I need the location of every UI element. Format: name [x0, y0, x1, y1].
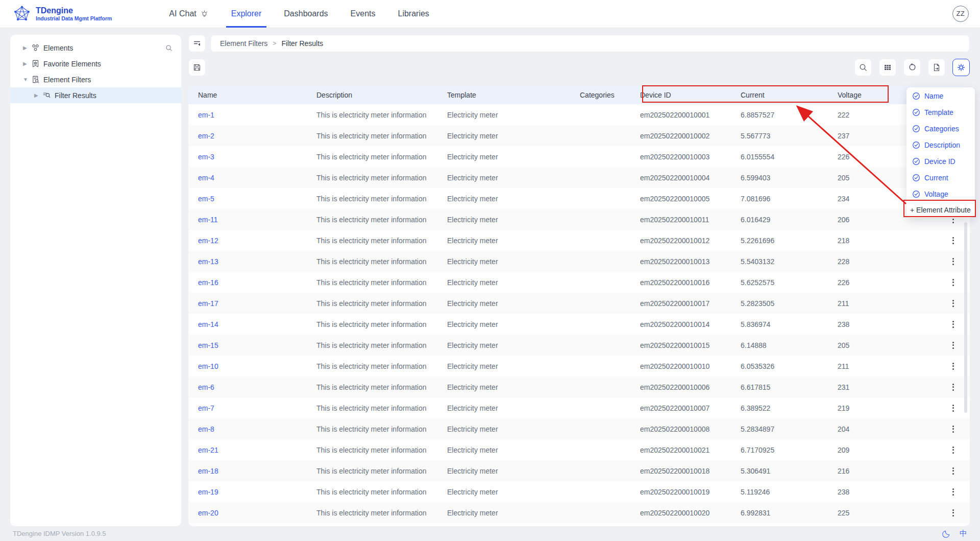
table-view-button[interactable]: [879, 59, 896, 76]
cell-name[interactable]: em-4: [188, 174, 316, 182]
row-actions-button[interactable]: [949, 466, 957, 476]
cell-template: Electricity meter: [447, 404, 580, 412]
column-header-categories[interactable]: Categories: [580, 91, 640, 99]
cell-name[interactable]: em-12: [188, 237, 316, 245]
sidebar-item-element-filters[interactable]: ▼ Element Filters: [10, 72, 181, 87]
column-header-device-id[interactable]: Device ID: [640, 91, 741, 99]
cell-voltage: 216: [838, 467, 899, 475]
caret-right-icon[interactable]: ▶: [34, 92, 42, 98]
export-button[interactable]: [928, 59, 945, 76]
sidebar-item-label: Favorite Elements: [43, 60, 101, 68]
column-menu-item-name[interactable]: Name: [906, 88, 975, 104]
cell-name[interactable]: em-8: [188, 425, 316, 433]
row-actions-button[interactable]: [949, 320, 957, 329]
sidebar-item-filter-results[interactable]: ▶ Filter Results: [10, 87, 181, 103]
cell-name[interactable]: em-2: [188, 132, 316, 140]
table-scrollbar[interactable]: [964, 222, 967, 413]
cell-name[interactable]: em-13: [188, 257, 316, 266]
cell-name[interactable]: em-19: [188, 488, 316, 496]
row-actions-button[interactable]: [949, 299, 957, 308]
cell-name[interactable]: em-14: [188, 320, 316, 328]
cell-name[interactable]: em-15: [188, 341, 316, 349]
table-row: em-14This is electricity meter informati…: [188, 314, 970, 335]
column-header-name[interactable]: Name: [188, 91, 316, 99]
caret-right-icon[interactable]: ▶: [23, 45, 31, 51]
user-avatar[interactable]: ZZ: [952, 6, 969, 22]
column-menu-item-current[interactable]: Current: [906, 170, 975, 186]
cell-current: 5.2834897: [741, 425, 838, 433]
column-menu-label: Current: [924, 174, 948, 182]
column-header-description[interactable]: Description: [316, 91, 447, 99]
row-actions-button[interactable]: [949, 278, 957, 287]
column-header-current[interactable]: Current: [741, 91, 838, 99]
row-actions-button[interactable]: [949, 383, 957, 392]
cell-template: Electricity meter: [447, 257, 580, 266]
nav-tab-label: Dashboards: [284, 9, 328, 18]
add-element-attribute-button[interactable]: + Element Attribute: [906, 202, 975, 218]
table-row: em-7This is electricity meter informatio…: [188, 397, 970, 418]
row-actions-button[interactable]: [949, 508, 957, 518]
breadcrumb-current: Filter Results: [281, 39, 323, 48]
row-actions-button[interactable]: [949, 425, 957, 434]
cell-name[interactable]: em-6: [188, 383, 316, 391]
cell-name[interactable]: em-11: [188, 216, 316, 224]
nav-tab-ai-chat[interactable]: AI Chat: [169, 0, 208, 28]
caret-right-icon[interactable]: ▶: [23, 61, 31, 66]
cell-actions: [899, 508, 970, 518]
row-actions-button[interactable]: [949, 257, 957, 266]
row-actions-button[interactable]: [949, 404, 957, 413]
column-header-voltage[interactable]: Voltage: [838, 91, 899, 99]
refresh-button[interactable]: [903, 59, 921, 76]
sidebar-item-elements[interactable]: ▶ Elements: [10, 40, 181, 56]
column-menu-item-description[interactable]: Description: [906, 137, 975, 153]
table-row: em-18This is electricity meter informati…: [188, 460, 970, 481]
cell-current: 5.836974: [741, 320, 838, 328]
sidebar-item-favorite-elements[interactable]: ▶ Favorite Elements: [10, 56, 181, 72]
column-menu-item-device-id[interactable]: Device ID: [906, 153, 975, 170]
column-settings-button[interactable]: [952, 59, 970, 76]
row-actions-button[interactable]: [949, 341, 957, 350]
brand-text: TDengine Industrial Data Mgmt Platform: [36, 6, 112, 21]
cell-name[interactable]: em-16: [188, 278, 316, 287]
column-menu-item-voltage[interactable]: Voltage: [906, 186, 975, 202]
language-icon[interactable]: 中: [960, 529, 967, 538]
column-menu-item-template[interactable]: Template: [906, 104, 975, 121]
cell-template: Electricity meter: [447, 383, 580, 391]
column-header-template[interactable]: Template: [447, 91, 580, 99]
row-actions-button[interactable]: [949, 362, 957, 371]
cell-name[interactable]: em-5: [188, 195, 316, 203]
breadcrumb-parent[interactable]: Element Filters: [220, 39, 267, 48]
bulb-icon: [200, 10, 209, 18]
row-actions-button[interactable]: [949, 487, 957, 497]
cell-name[interactable]: em-17: [188, 299, 316, 308]
cell-voltage: 238: [838, 320, 899, 328]
cell-actions: [899, 404, 970, 413]
cell-device-id: em202502200010005: [640, 195, 741, 203]
cell-name[interactable]: em-3: [188, 153, 316, 161]
row-actions-button[interactable]: [949, 445, 957, 455]
cell-actions: [899, 341, 970, 350]
nav-tab-explorer[interactable]: Explorer: [231, 0, 262, 28]
save-view-button[interactable]: [188, 59, 206, 76]
collapse-sidebar-button[interactable]: [188, 35, 206, 52]
nav-tab-libraries[interactable]: Libraries: [398, 0, 429, 28]
cell-name[interactable]: em-7: [188, 404, 316, 412]
refresh-icon: [908, 63, 917, 72]
nav-tab-dashboards[interactable]: Dashboards: [284, 0, 328, 28]
search-button[interactable]: [854, 59, 872, 76]
cell-name[interactable]: em-21: [188, 446, 316, 454]
row-actions-button[interactable]: [949, 236, 957, 245]
cell-device-id: em202502200010004: [640, 174, 741, 182]
cell-name[interactable]: em-1: [188, 111, 316, 119]
cell-name[interactable]: em-18: [188, 467, 316, 475]
column-menu-item-categories[interactable]: Categories: [906, 121, 975, 137]
moon-icon[interactable]: [942, 529, 951, 538]
cell-name[interactable]: em-10: [188, 362, 316, 370]
cell-actions: [899, 278, 970, 287]
settings-gear-icon: [957, 63, 966, 72]
caret-down-icon[interactable]: ▼: [23, 77, 31, 82]
sidebar-search-icon[interactable]: [165, 44, 173, 52]
nav-tab-events[interactable]: Events: [351, 0, 376, 28]
cell-name[interactable]: em-20: [188, 509, 316, 517]
cell-current: 6.0535326: [741, 362, 838, 370]
